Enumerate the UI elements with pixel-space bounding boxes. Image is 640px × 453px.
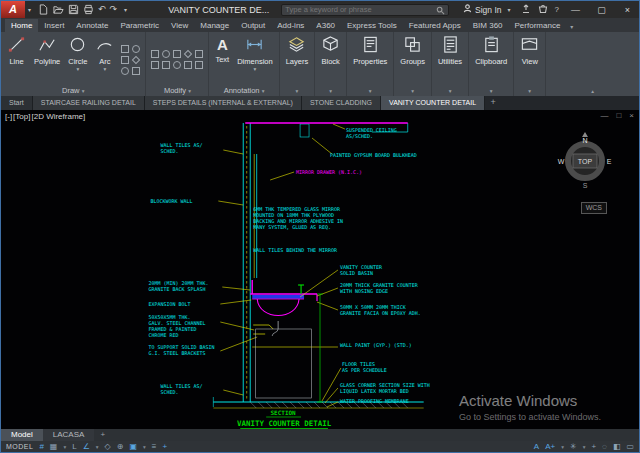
- tab-bim360[interactable]: BIM 360: [467, 19, 509, 32]
- erase-tool-icon[interactable]: [195, 61, 203, 69]
- array-tool-icon[interactable]: [195, 50, 203, 58]
- annotation-monitor-icon[interactable]: +: [591, 442, 596, 452]
- lineweight-icon[interactable]: ≡: [152, 442, 157, 452]
- annotation-panel-label[interactable]: Annotation ▾: [209, 85, 278, 96]
- utilities-button[interactable]: Utilities: [435, 34, 465, 85]
- view-cube-face-label[interactable]: TOP: [578, 158, 593, 165]
- block-panel-label[interactable]: ▾: [315, 85, 346, 96]
- new-file-icon[interactable]: [38, 1, 49, 19]
- help-icon[interactable]: ?: [555, 5, 559, 14]
- draw-panel-label[interactable]: Draw ▾: [1, 85, 145, 96]
- tab-a360[interactable]: A360: [310, 19, 341, 32]
- chevron-down-icon[interactable]: ▾: [25, 6, 34, 13]
- arc-tool-button[interactable]: Arc ▾: [92, 34, 117, 85]
- compass-north[interactable]: N: [582, 137, 587, 144]
- tab-performance[interactable]: Performance: [509, 19, 567, 32]
- tab-insert[interactable]: Insert: [38, 19, 70, 32]
- chevron-down-icon[interactable]: ▾: [566, 21, 577, 32]
- chevron-down-icon[interactable]: ▾: [121, 6, 130, 13]
- layers-panel-label[interactable]: ▾: [280, 85, 315, 96]
- search-icon[interactable]: [436, 1, 445, 19]
- search-input[interactable]: [285, 5, 436, 14]
- redo-icon[interactable]: ↷: [110, 4, 118, 15]
- tab-addins[interactable]: Add-ins: [271, 19, 310, 32]
- minimize-button[interactable]: —: [566, 5, 585, 15]
- fillet-tool-icon[interactable]: [184, 50, 192, 58]
- tab-featured-apps[interactable]: Featured Apps: [403, 19, 467, 32]
- utilities-panel-label[interactable]: ▾: [432, 85, 468, 96]
- stretch-tool-icon[interactable]: [184, 61, 192, 69]
- object-snap-tracking-icon[interactable]: ⊕: [117, 442, 124, 452]
- line-tool-button[interactable]: Line: [4, 34, 29, 85]
- tab-output[interactable]: Output: [235, 19, 271, 32]
- model-tab[interactable]: Model: [1, 429, 43, 441]
- tab-manage[interactable]: Manage: [194, 19, 235, 32]
- properties-panel-label[interactable]: ▾: [347, 85, 393, 96]
- view-cube[interactable]: N W E S TOP: [555, 130, 615, 190]
- polar-tracking-icon[interactable]: ∠: [83, 442, 90, 452]
- modify-panel-label[interactable]: Modify ▾: [146, 85, 208, 96]
- isolate-objects-icon[interactable]: ◌: [602, 442, 607, 452]
- view-panel-label[interactable]: ▾: [514, 85, 545, 96]
- tab-annotate[interactable]: Annotate: [70, 19, 114, 32]
- new-drawing-tab-button[interactable]: +: [485, 96, 501, 110]
- file-tab-staircase[interactable]: STAIRCASE RAILING DETAIL: [33, 96, 145, 110]
- hatch-tool-icon[interactable]: [121, 56, 129, 64]
- open-file-icon[interactable]: [53, 1, 64, 19]
- app-store-icon[interactable]: [538, 4, 548, 16]
- dimension-tool-button[interactable]: Dimension ▾: [234, 34, 275, 85]
- polygon-tool-icon[interactable]: [132, 55, 140, 63]
- move-tool-icon[interactable]: [151, 50, 159, 58]
- chevron-down-icon[interactable]: ▾: [63, 444, 66, 450]
- clipboard-panel-label[interactable]: ▾: [469, 85, 513, 96]
- tab-express-tools[interactable]: Express Tools: [341, 19, 403, 32]
- plot-icon[interactable]: [83, 1, 94, 19]
- compass-west[interactable]: W: [558, 158, 565, 165]
- chevron-up-icon[interactable]: ▴: [591, 88, 594, 94]
- isometric-drafting-icon[interactable]: ◇: [105, 442, 111, 452]
- file-tab-vanity-counter[interactable]: VANITY COUNTER DETAIL: [381, 96, 485, 110]
- graphics-performance-icon[interactable]: ◧: [613, 442, 621, 452]
- workspace-settings-icon[interactable]: ✳: [570, 442, 577, 452]
- properties-button[interactable]: Properties: [350, 34, 390, 85]
- groups-button[interactable]: Groups: [397, 34, 428, 85]
- autocad-logo[interactable]: A: [1, 1, 25, 18]
- model-space-indicator[interactable]: MODEL: [6, 443, 33, 450]
- new-layout-button[interactable]: +: [94, 429, 111, 441]
- rectangle-tool-icon[interactable]: [121, 45, 129, 53]
- file-tab-stone-cladding[interactable]: STONE CLADDING: [302, 96, 381, 110]
- revision-cloud-tool-icon[interactable]: [121, 67, 129, 75]
- view-control[interactable]: [Top]: [13, 112, 30, 121]
- save-icon[interactable]: [68, 1, 79, 19]
- drawing-restore-button[interactable]: □: [616, 111, 621, 120]
- layout-tab-lacasa[interactable]: LACASA: [43, 429, 95, 441]
- polyline-tool-button[interactable]: Polyline: [31, 34, 63, 85]
- tab-view[interactable]: View: [165, 19, 194, 32]
- text-tool-button[interactable]: A Text: [212, 34, 232, 85]
- groups-panel-label[interactable]: ▾: [394, 85, 431, 96]
- file-tab-steps[interactable]: STEPS DETAILS (INTERNAL & EXTERNAL): [145, 96, 302, 110]
- snap-icon[interactable]: ▦: [50, 442, 58, 452]
- ortho-icon[interactable]: L: [72, 442, 76, 452]
- autoscale-icon[interactable]: A+: [545, 442, 555, 452]
- maximize-button[interactable]: ▢: [592, 5, 611, 15]
- grid-icon[interactable]: #: [39, 442, 43, 452]
- compass-east[interactable]: E: [607, 158, 612, 165]
- drawing-minimize-button[interactable]: —: [600, 111, 608, 120]
- compass-south[interactable]: S: [583, 182, 588, 189]
- view-button[interactable]: View: [517, 34, 542, 85]
- spline-tool-icon[interactable]: [132, 67, 140, 75]
- ucs-badge[interactable]: WCS: [581, 202, 607, 214]
- circle-tool-button[interactable]: Circle ▾: [65, 34, 90, 85]
- share-icon[interactable]: [521, 4, 531, 16]
- object-snap-icon[interactable]: ▣: [129, 442, 137, 452]
- drawing-close-button[interactable]: ×: [629, 111, 634, 120]
- tab-parametric[interactable]: Parametric: [114, 19, 165, 32]
- chevron-down-icon[interactable]: ▾: [561, 444, 564, 450]
- visual-style-control[interactable]: [2D Wireframe]: [31, 112, 85, 121]
- block-button[interactable]: Block: [318, 34, 343, 85]
- mirror-tool-icon[interactable]: [162, 61, 170, 69]
- ellipse-tool-icon[interactable]: [132, 45, 140, 53]
- layers-button[interactable]: Layers: [283, 34, 312, 85]
- annotation-visibility-icon[interactable]: A: [534, 442, 539, 452]
